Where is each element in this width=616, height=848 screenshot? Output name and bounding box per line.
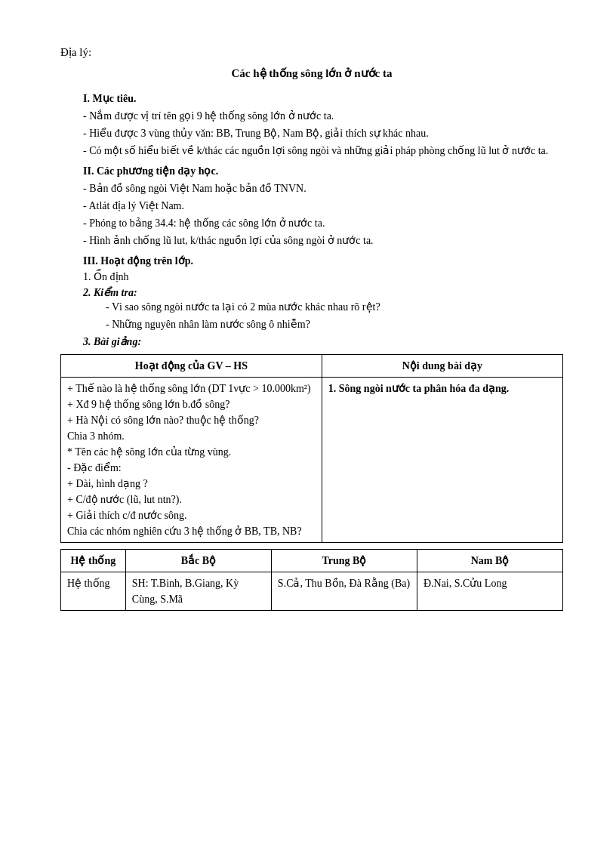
muc-tieu-title: I. Mục tiêu. <box>83 92 563 105</box>
header-content: Nội dung bài dạy <box>322 355 562 378</box>
region-row-trung-bo: S.Cả, Thu Bồn, Đà Rằng (Ba) <box>271 572 417 611</box>
section-muc-tieu: I. Mục tiêu. - Nắm được vị trí tên gọi 9… <box>60 92 563 159</box>
section-hoat-dong: III. Hoạt động trên lớp. 1. Ổn định 2. K… <box>60 254 563 348</box>
activity-line-3: + Hà Nội có sông lớn nào? thuộc hệ thống… <box>67 412 316 428</box>
phuong-tien-item-4: - Hình ảnh chống lũ lut, k/thác nguồn lợ… <box>83 233 563 248</box>
bai-giang-label-container: 3. Bài giảng: <box>83 335 563 348</box>
main-table-body-row: + Thế nào là hệ thống sông lớn (DT 1vực … <box>61 378 563 543</box>
region-row-bac-bo: SH: T.Binh, B.Giang, Kỳ Cùng, S.Mã <box>125 572 271 611</box>
subject-label: Địa lý: <box>60 45 563 59</box>
main-table: Hoạt động của GV – HS Nội dung bài dạy +… <box>60 354 563 543</box>
activity-line-6: - Đặc điểm: <box>67 460 316 476</box>
activity-line-8: + C/độ nước (lũ, lut ntn?). <box>67 492 316 507</box>
activity-line-2: + Xđ 9 hệ thống sông lớn b.đồ sông? <box>67 396 316 412</box>
muc-tieu-item-1: - Nắm được vị trí tên gọi 9 hệ thống sôn… <box>83 108 563 124</box>
main-table-header-row: Hoạt động của GV – HS Nội dung bài dạy <box>61 355 563 378</box>
muc-tieu-item-3: - Có một số hiểu biết về k/thác các nguồ… <box>83 143 563 159</box>
kiem-tra: 2. Kiểm tra: - Vì sao sông ngòi nước ta … <box>83 286 563 332</box>
region-row-he-thong: Hệ thống <box>61 572 126 611</box>
region-header-nam-bo: Nam Bộ <box>417 550 562 572</box>
activity-cell: + Thế nào là hệ thống sông lớn (DT 1vực … <box>61 378 322 543</box>
phuong-tien-item-1: - Bản đồ sông ngòi Việt Nam hoặc bản đồ … <box>83 180 563 196</box>
activity-line-10: Chia các nhóm nghiên cứu 3 hệ thống ở BB… <box>67 523 316 539</box>
phuong-tien-title: II. Các phương tiện dạy học. <box>83 165 563 177</box>
region-header-bac-bo: Bắc Bộ <box>125 550 271 572</box>
activity-line-9: + Giải thích c/đ nước sông. <box>67 507 316 523</box>
header-activity: Hoạt động của GV – HS <box>61 355 322 378</box>
phuong-tien-item-3: - Phóng to bảng 34.4: hệ thống các sông … <box>83 215 563 231</box>
regions-header-row: Hệ thống Bắc Bộ Trung Bộ Nam Bộ <box>61 550 563 572</box>
kiem-tra-item-2: - Những nguyên nhân làm nước sông ô nhiễ… <box>106 316 563 332</box>
regions-data-row: Hệ thống SH: T.Binh, B.Giang, Kỳ Cùng, S… <box>61 572 563 611</box>
content-cell: 1. Sông ngòi nước ta phân hóa đa dạng. <box>322 378 562 543</box>
hoat-dong-title: III. Hoạt động trên lớp. <box>83 254 563 267</box>
activity-line-5: * Tên các hệ sông lớn của từng vùng. <box>67 444 316 460</box>
on-dinh: 1. Ổn định <box>83 270 563 283</box>
bai-giang-label: 3. Bài giảng: <box>83 336 141 347</box>
page-title: Các hệ thống sông lớn ở nước ta <box>60 66 563 80</box>
activity-line-7: + Dài, hình dạng ? <box>67 476 316 492</box>
kiem-tra-item-1: - Vì sao sông ngòi nước ta lại có 2 mùa … <box>106 299 563 315</box>
on-dinh-label: 1. Ổn định <box>83 271 129 282</box>
phuong-tien-item-2: - Atlát địa lý Việt Nam. <box>83 198 563 214</box>
content-text: 1. Sông ngòi nước ta phân hóa đa dạng. <box>328 383 509 394</box>
activity-line-1: + Thế nào là hệ thống sông lớn (DT 1vực … <box>67 381 316 396</box>
muc-tieu-item-2: - Hiểu được 3 vùng thủy văn: BB, Trung B… <box>83 125 563 141</box>
region-row-nam-bo: Đ.Nai, S.Cửu Long <box>417 572 562 611</box>
section-phuong-tien: II. Các phương tiện dạy học. - Bản đồ sô… <box>60 165 563 248</box>
activity-line-4: Chia 3 nhóm. <box>67 428 316 444</box>
kiem-tra-label: 2. Kiểm tra: <box>83 286 563 299</box>
region-header-trung-bo: Trung Bộ <box>271 550 417 572</box>
regions-table: Hệ thống Bắc Bộ Trung Bộ Nam Bộ Hệ thống… <box>60 549 563 611</box>
region-header-he-thong: Hệ thống <box>61 550 126 572</box>
